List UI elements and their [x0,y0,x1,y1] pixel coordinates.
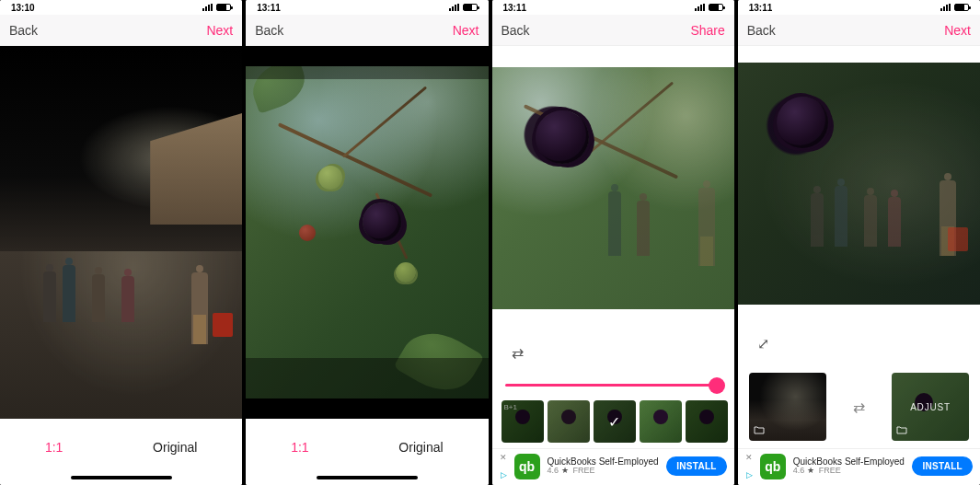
screen-3-blend-edit: 13:11 Back Share ⇄ B+ [492,0,734,485]
battery-icon [954,4,969,11]
filter-thumb[interactable] [548,400,590,443]
slider-knob[interactable] [709,377,725,394]
ad-info-icon[interactable]: ▷ [746,470,753,479]
photo-viewport[interactable] [246,46,488,419]
swap-row: ⇄ [492,330,734,375]
battery-icon [709,4,723,11]
signal-icon [449,4,460,11]
home-indicator[interactable] [71,476,172,479]
next-button[interactable]: Next [206,23,233,38]
aspect-original[interactable]: Original [153,440,197,455]
swap-button[interactable]: ⇄ [505,340,531,365]
signal-icon [202,4,213,11]
battery-icon [216,4,231,11]
ad-app-icon: qb [760,454,786,479]
person-figure [63,265,75,322]
swap-icon[interactable]: ⇄ [853,398,865,416]
status-bar: 13:11 [492,0,734,15]
screen-1-crop-night: 13:10 Back Next 1:1 Original [0,0,242,485]
letterbox [246,46,488,66]
ad-banner[interactable]: ✕ ▷ qb QuickBooks Self-Employed 4.6 ★ FR… [492,448,734,485]
expand-row: ⤢ [738,321,980,365]
star-icon: ★ [807,466,814,475]
person-figure [43,271,56,322]
aspect-ratio-row: 1:1 Original [246,419,488,476]
battery-icon [463,4,478,11]
stem [589,81,674,153]
ghost-person [811,193,824,247]
ad-banner[interactable]: ✕ ▷ qb QuickBooks Self-Employed 4.6 ★ FR… [738,448,980,485]
photo-blackberry [246,46,488,419]
photo-viewport[interactable] [738,46,980,321]
blend-slider[interactable] [492,375,734,400]
ad-close-icon[interactable]: ✕ [745,454,753,462]
ad-install-button[interactable]: INSTALL [666,456,727,476]
status-bar: 13:11 [246,0,488,15]
berry-ripe [777,97,828,148]
ghost-person [637,201,650,256]
ghost-person [835,186,847,247]
berry-unripe [396,262,416,283]
stem [342,86,428,157]
filter-thumbnail-row: B+1 [492,400,734,448]
status-time: 13:11 [257,3,281,13]
photo-blended-dark [738,63,980,305]
aspect-1-1[interactable]: 1:1 [291,440,308,455]
status-time: 13:11 [503,3,527,13]
ad-text: QuickBooks Self-Employed 4.6 ★ FREE [793,456,905,476]
ad-install-button[interactable]: INSTALL [912,456,973,476]
next-button[interactable]: Next [453,23,479,38]
share-button[interactable]: Share [690,23,724,38]
square-frame [738,63,980,305]
aspect-1-1[interactable]: 1:1 [45,440,63,455]
source-thumb-foreground[interactable] [749,373,826,441]
back-button[interactable]: Back [9,23,38,38]
ad-text: QuickBooks Self-Employed 4.6 ★ FREE [548,456,660,476]
letterbox [246,398,488,419]
nav-bar: Back Next [738,15,980,46]
photo-viewport[interactable] [492,46,734,330]
photo-night-patio [0,46,242,419]
ad-rating: 4.6 [793,466,805,475]
source-thumb-background[interactable]: ADJUST [892,373,969,441]
home-indicator[interactable] [317,476,418,479]
crop-dim-overlay [246,358,488,398]
back-button[interactable]: Back [502,23,530,38]
status-icons [695,4,723,11]
ghost-person [888,197,901,247]
expand-button[interactable]: ⤢ [751,330,777,356]
photo-viewport[interactable] [0,46,242,419]
ad-subtitle: 4.6 ★ FREE [548,467,660,476]
ad-close-icon[interactable]: ✕ [500,454,507,462]
nav-bar: Back Next [246,15,488,46]
bottom-controls: 1:1 Original [246,419,488,485]
star-icon: ★ [561,466,569,475]
status-icons [202,4,231,11]
filter-thumb-selected[interactable] [594,400,636,443]
ghost-red-container [948,227,968,251]
person-figure [121,276,134,322]
ghost-person [608,191,621,256]
nav-bar: Back Next [0,15,242,46]
filter-thumb[interactable] [686,400,728,443]
back-button[interactable]: Back [255,23,283,38]
next-button[interactable]: Next [944,23,971,38]
filter-thumb[interactable]: B+1 [502,400,544,443]
ad-rating: 4.6 [548,466,559,475]
berry-ripe [536,110,589,164]
thumb-label: B+1 [504,403,517,411]
red-container [213,313,233,337]
berry-ripening [299,225,316,241]
aspect-original[interactable]: Original [398,440,443,455]
nav-bar: Back Share [492,15,734,46]
berry-ripe [363,202,401,241]
photo-blended [492,67,734,309]
ad-info-icon[interactable]: ▷ [501,470,507,479]
back-button[interactable]: Back [747,23,776,38]
ad-price: FREE [819,466,841,475]
aspect-ratio-row: 1:1 Original [0,419,242,476]
folder-icon [896,425,907,436]
status-time: 13:11 [749,3,773,13]
filter-thumb[interactable] [640,400,682,443]
signal-icon [695,4,706,11]
